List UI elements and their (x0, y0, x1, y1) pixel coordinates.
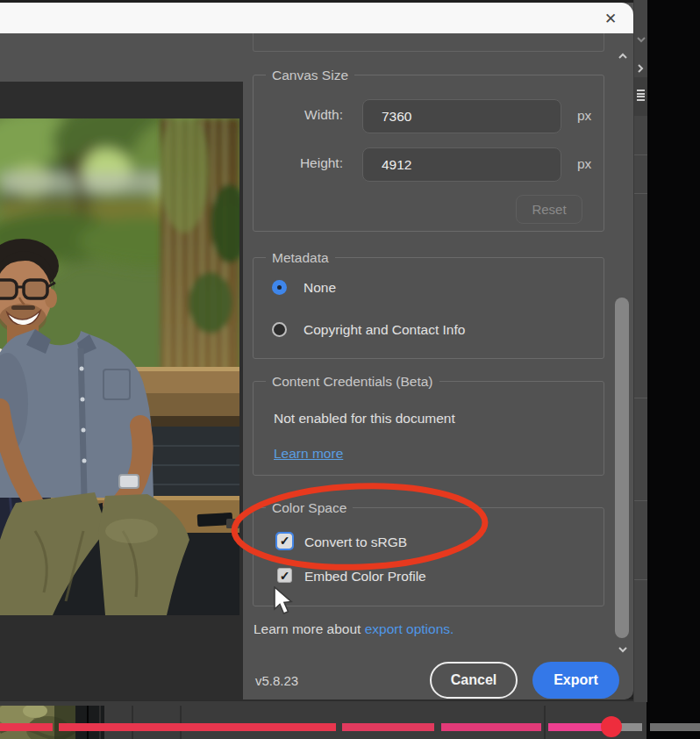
height-input[interactable] (362, 147, 561, 182)
convert-srgb-label[interactable]: Convert to sRGB (304, 535, 407, 550)
export-button[interactable]: Export (532, 662, 619, 699)
version-label: v5.8.23 (255, 673, 298, 688)
chapter-segment[interactable] (342, 723, 434, 731)
canvas-size-group: Canvas Size Width: px Height: px Reset (253, 75, 604, 232)
panel-divider (99, 706, 101, 739)
radio-copyright[interactable] (272, 322, 287, 337)
canvas-size-legend: Canvas Size (266, 68, 354, 83)
overlay-titlebar: ✕ (0, 3, 633, 33)
radio-none[interactable] (272, 280, 287, 295)
scroll-down-icon[interactable] (616, 643, 630, 656)
progress-knob[interactable] (601, 716, 622, 737)
scrollbar-thumb[interactable] (615, 298, 629, 638)
color-space-legend: Color Space (266, 500, 353, 516)
content-credentials-legend: Content Credentials (Beta) (266, 374, 439, 390)
image-preview-panel (0, 82, 243, 700)
radio-dot (277, 285, 282, 290)
footer-note: Learn more about export options. (254, 621, 454, 637)
credentials-status: Not enabled for this document (274, 411, 455, 427)
chapter-segment[interactable] (0, 723, 53, 731)
video-progress-bar[interactable] (0, 723, 700, 731)
convert-srgb-checkbox[interactable]: ✓ (277, 534, 292, 549)
panel-divider (634, 500, 647, 501)
width-unit: px (577, 108, 591, 124)
color-space-group: Color Space ✓ Convert to sRGB ✓ Embed Co… (253, 507, 604, 606)
panel-divider (634, 154, 647, 155)
panel-divider (132, 706, 133, 739)
panel-divider (87, 706, 89, 739)
height-label: Height: (246, 155, 343, 171)
reset-button[interactable]: Reset (516, 195, 582, 224)
chapter-segment[interactable] (548, 723, 602, 731)
photoshop-panel-strip (633, 0, 647, 702)
panel-divider (180, 706, 182, 739)
radio-copyright-label[interactable]: Copyright and Contact Info (304, 322, 465, 338)
panel-menu-icon (637, 90, 645, 101)
height-unit: px (577, 156, 591, 172)
chapter-segment[interactable] (650, 723, 700, 731)
photo-fragment (0, 706, 75, 739)
panel-chevron-right-icon[interactable] (636, 63, 645, 74)
metadata-group: Metadata None Copyright and Contact Info (253, 257, 604, 359)
learn-more-link[interactable]: Learn more (274, 446, 343, 462)
collapse-chevron-icon[interactable] (636, 35, 646, 44)
check-icon: ✓ (280, 534, 290, 548)
cancel-button[interactable]: Cancel (430, 662, 518, 699)
embed-profile-label[interactable]: Embed Color Profile (304, 569, 426, 585)
panel-tab[interactable] (634, 77, 647, 116)
width-input[interactable] (362, 99, 561, 133)
metadata-legend: Metadata (266, 250, 335, 266)
panel-divider (634, 193, 647, 194)
chapter-segment[interactable] (59, 723, 336, 731)
close-icon[interactable]: ✕ (598, 6, 623, 31)
export-options-link[interactable]: export options. (365, 621, 454, 636)
width-label: Width: (246, 107, 343, 123)
panel-divider (544, 706, 546, 739)
chapter-segment[interactable] (441, 723, 541, 731)
embed-profile-checkbox[interactable]: ✓ (277, 568, 292, 583)
panel-divider (634, 579, 647, 580)
scroll-up-icon[interactable] (616, 50, 630, 62)
panel-divider (634, 398, 647, 398)
radio-none-label[interactable]: None (304, 280, 336, 296)
content-credentials-group: Content Credentials (Beta) Not enabled f… (253, 381, 604, 476)
footer-note-text: Learn more about (254, 621, 365, 636)
export-as-dialog: Canvas Size Width: px Height: px Reset M… (0, 0, 633, 700)
check-icon: ✓ (280, 569, 290, 583)
screen: Canvas Size Width: px Height: px Reset M… (0, 0, 700, 739)
background-column (646, 0, 700, 739)
app-background-strip (0, 700, 646, 739)
preview-photo (0, 118, 239, 615)
